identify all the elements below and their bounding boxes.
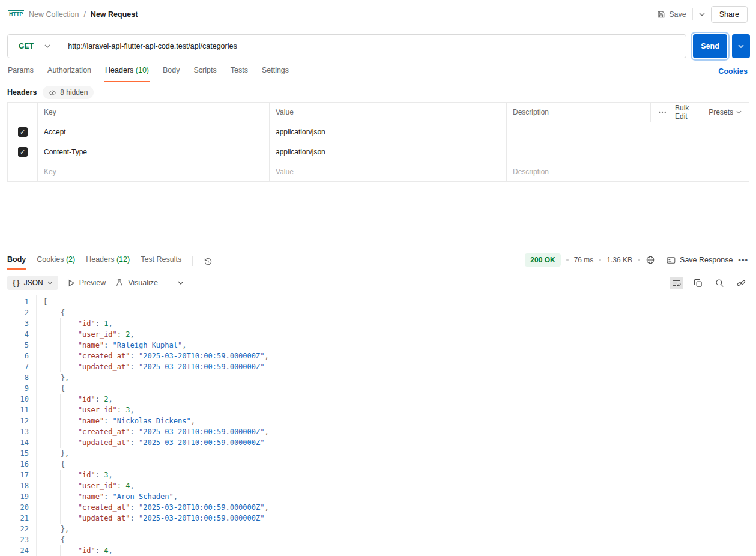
link-icon <box>737 279 746 288</box>
divider <box>168 278 168 288</box>
code-line: 20 "created_at": "2025-03-20T10:00:59.00… <box>0 502 756 513</box>
wrap-lines-icon <box>672 279 681 287</box>
cookies-link[interactable]: Cookies <box>718 67 748 76</box>
response-history-icon[interactable] <box>204 257 213 266</box>
response-more-options-icon[interactable]: ••• <box>738 256 748 264</box>
send-button[interactable]: Send <box>693 34 727 58</box>
code-line: 12 "name": "Nickolas Dickens", <box>0 415 756 426</box>
code-line: 10 "id": 2, <box>0 394 756 405</box>
breadcrumb: HTTP New Collection / New Request <box>8 9 138 20</box>
save-options-chevron-icon[interactable] <box>699 13 705 16</box>
response-code-editor[interactable]: 1[2 {3 "id": 1,4 "user_id": 2,5 "name": … <box>0 295 756 556</box>
header-description-cell[interactable] <box>507 122 749 142</box>
viewer-options-chevron-icon[interactable] <box>178 281 184 285</box>
response-viewer-toolbar: { } JSON Preview Visualize <box>7 274 748 292</box>
visualize-button[interactable]: Visualize <box>115 279 158 287</box>
code-line: 2 { <box>0 307 756 318</box>
scrollbar-track[interactable] <box>742 295 742 556</box>
send-options-button[interactable] <box>732 34 750 58</box>
tab-settings[interactable]: Settings <box>261 64 289 82</box>
response-headers-count-badge: (12) <box>116 255 130 264</box>
breadcrumb-request-name[interactable]: New Request <box>91 10 138 19</box>
divider <box>661 255 661 265</box>
key-value-toggle-icon[interactable] <box>658 110 667 115</box>
code-line: 4 "user_id": 2, <box>0 329 756 340</box>
code-line: 16 { <box>0 459 756 470</box>
new-value-input[interactable]: Value <box>270 162 507 181</box>
header-key-cell[interactable]: Accept <box>38 122 270 142</box>
method-label: GET <box>19 42 34 50</box>
breadcrumb-collection[interactable]: New Collection <box>29 10 79 19</box>
header-row-accept: ✓ Accept application/json <box>8 122 749 142</box>
search-icon <box>715 279 724 288</box>
tab-body[interactable]: Body <box>162 64 181 82</box>
hidden-headers-toggle[interactable]: 8 hidden <box>43 86 94 99</box>
copy-button[interactable] <box>691 276 705 290</box>
column-description: Description <box>507 103 651 122</box>
code-line: 6 "created_at": "2025-03-20T10:00:59.000… <box>0 351 756 361</box>
response-tab-body[interactable]: Body <box>7 253 26 270</box>
header-value-cell[interactable]: application/json <box>270 142 507 162</box>
new-description-input[interactable]: Description <box>507 162 749 181</box>
save-button[interactable]: Save <box>657 10 686 19</box>
header-key-cell[interactable]: Content-Type <box>38 142 270 162</box>
http-request-icon: HTTP <box>8 9 24 20</box>
code-line: 22 }, <box>0 524 756 534</box>
status-badge[interactable]: 200 OK <box>525 253 560 267</box>
code-line: 8 }, <box>0 372 756 383</box>
tab-authorization[interactable]: Authorization <box>47 64 92 82</box>
dot-separator <box>638 259 640 261</box>
bulk-edit-button[interactable]: Bulk Edit <box>675 104 700 121</box>
divider <box>692 8 693 20</box>
tab-headers[interactable]: Headers (10) <box>104 64 150 82</box>
method-selector[interactable]: GET <box>8 42 59 50</box>
preview-button[interactable]: Preview <box>68 279 106 287</box>
response-meta: 200 OK 76 ms 1.36 KB Save Response ••• <box>525 253 748 267</box>
response-tab-cookies[interactable]: Cookies (2) <box>37 253 75 270</box>
response-tab-headers[interactable]: Headers (12) <box>86 253 130 270</box>
row-checkbox[interactable]: ✓ <box>18 147 28 157</box>
response-tab-test-results[interactable]: Test Results <box>141 253 181 270</box>
header-row-content-type: ✓ Content-Type application/json <box>8 142 749 162</box>
url-input[interactable] <box>59 35 686 58</box>
breadcrumb-separator: / <box>83 10 85 19</box>
presets-chevron-icon <box>736 110 742 114</box>
header-row-empty: Key Value Description <box>8 162 749 182</box>
network-globe-icon[interactable] <box>646 255 655 265</box>
header-value-cell[interactable]: application/json <box>270 122 507 142</box>
column-key: Key <box>38 103 270 122</box>
copy-icon <box>694 279 703 288</box>
code-line: 19 "name": "Aron Schaden", <box>0 491 756 502</box>
copy-link-button[interactable] <box>734 276 748 290</box>
tab-tests[interactable]: Tests <box>230 64 249 82</box>
code-line: 11 "user_id": 3, <box>0 405 756 415</box>
save-response-button[interactable]: Save Response <box>667 256 733 264</box>
new-key-input[interactable]: Key <box>38 162 270 181</box>
code-line: 5 "name": "Raleigh Kuphal", <box>0 340 756 351</box>
header-description-cell[interactable] <box>507 142 749 162</box>
tab-scripts[interactable]: Scripts <box>193 64 217 82</box>
presets-dropdown[interactable]: Presets <box>709 108 742 116</box>
format-dropdown[interactable]: { } JSON <box>7 276 58 290</box>
response-tabs: Body Cookies (2) Headers (12) Test Resul… <box>7 253 213 270</box>
response-time[interactable]: 76 ms <box>574 256 594 264</box>
headers-table: Key Value Description Bulk Edit Presets … <box>7 102 749 182</box>
save-label: Save <box>669 10 686 19</box>
send-chevron-icon <box>738 44 744 48</box>
code-line: 21 "updated_at": "2025-03-20T10:00:59.00… <box>0 513 756 524</box>
scrollbar-corner <box>742 295 756 295</box>
play-icon <box>68 279 75 287</box>
method-chevron-icon <box>44 44 50 48</box>
braces-icon: { } <box>13 279 20 287</box>
row-checkbox[interactable]: ✓ <box>18 127 28 137</box>
search-button[interactable] <box>713 276 727 290</box>
tab-params[interactable]: Params <box>7 64 34 82</box>
code-line: 3 "id": 1, <box>0 318 756 329</box>
response-size[interactable]: 1.36 KB <box>606 256 632 264</box>
share-button[interactable]: Share <box>711 6 748 23</box>
wrap-lines-button[interactable] <box>670 277 683 289</box>
code-line: 7 "updated_at": "2025-03-20T10:00:59.000… <box>0 361 756 372</box>
request-tabs: Params Authorization Headers (10) Body S… <box>7 64 289 82</box>
headers-table-header: Key Value Description Bulk Edit Presets <box>8 103 749 122</box>
code-line: 9 { <box>0 383 756 394</box>
